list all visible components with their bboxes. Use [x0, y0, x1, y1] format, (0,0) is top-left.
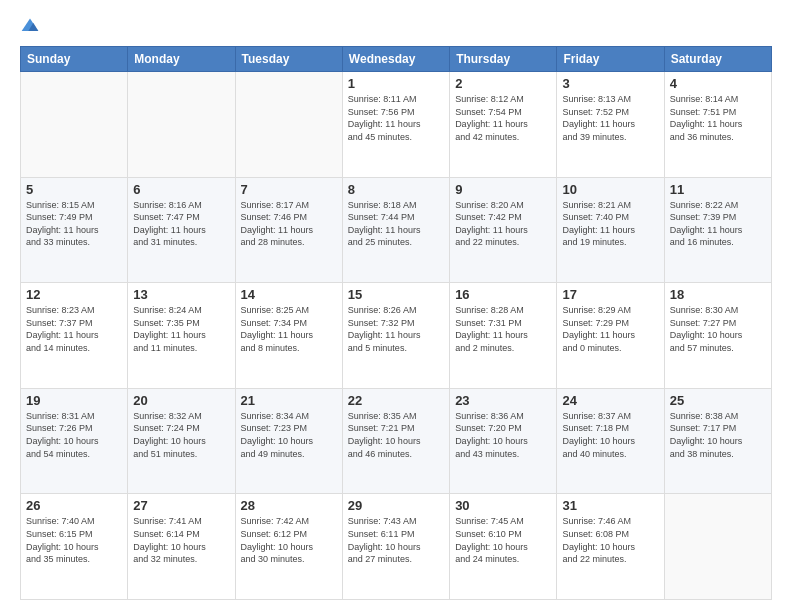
day-info: Sunrise: 8:37 AM Sunset: 7:18 PM Dayligh… [562, 410, 658, 460]
day-number: 13 [133, 287, 229, 302]
day-info: Sunrise: 8:36 AM Sunset: 7:20 PM Dayligh… [455, 410, 551, 460]
day-info: Sunrise: 8:21 AM Sunset: 7:40 PM Dayligh… [562, 199, 658, 249]
logo-icon [20, 16, 40, 36]
calendar-cell: 29Sunrise: 7:43 AM Sunset: 6:11 PM Dayli… [342, 494, 449, 600]
day-info: Sunrise: 8:32 AM Sunset: 7:24 PM Dayligh… [133, 410, 229, 460]
calendar-cell [664, 494, 771, 600]
day-info: Sunrise: 8:16 AM Sunset: 7:47 PM Dayligh… [133, 199, 229, 249]
day-number: 30 [455, 498, 551, 513]
calendar-week-2: 5Sunrise: 8:15 AM Sunset: 7:49 PM Daylig… [21, 177, 772, 283]
calendar-cell: 13Sunrise: 8:24 AM Sunset: 7:35 PM Dayli… [128, 283, 235, 389]
calendar-cell: 23Sunrise: 8:36 AM Sunset: 7:20 PM Dayli… [450, 388, 557, 494]
day-number: 7 [241, 182, 337, 197]
day-info: Sunrise: 7:41 AM Sunset: 6:14 PM Dayligh… [133, 515, 229, 565]
calendar-cell: 20Sunrise: 8:32 AM Sunset: 7:24 PM Dayli… [128, 388, 235, 494]
calendar-header: SundayMondayTuesdayWednesdayThursdayFrid… [21, 47, 772, 72]
day-number: 8 [348, 182, 444, 197]
calendar-cell: 21Sunrise: 8:34 AM Sunset: 7:23 PM Dayli… [235, 388, 342, 494]
logo [20, 16, 44, 36]
day-number: 28 [241, 498, 337, 513]
day-number: 5 [26, 182, 122, 197]
day-number: 3 [562, 76, 658, 91]
calendar-week-5: 26Sunrise: 7:40 AM Sunset: 6:15 PM Dayli… [21, 494, 772, 600]
day-number: 15 [348, 287, 444, 302]
day-info: Sunrise: 8:38 AM Sunset: 7:17 PM Dayligh… [670, 410, 766, 460]
day-number: 2 [455, 76, 551, 91]
calendar-cell [21, 72, 128, 178]
day-info: Sunrise: 8:31 AM Sunset: 7:26 PM Dayligh… [26, 410, 122, 460]
day-info: Sunrise: 8:28 AM Sunset: 7:31 PM Dayligh… [455, 304, 551, 354]
day-info: Sunrise: 8:34 AM Sunset: 7:23 PM Dayligh… [241, 410, 337, 460]
calendar-cell: 5Sunrise: 8:15 AM Sunset: 7:49 PM Daylig… [21, 177, 128, 283]
day-info: Sunrise: 8:29 AM Sunset: 7:29 PM Dayligh… [562, 304, 658, 354]
calendar-cell: 4Sunrise: 8:14 AM Sunset: 7:51 PM Daylig… [664, 72, 771, 178]
weekday-header-friday: Friday [557, 47, 664, 72]
calendar-cell: 25Sunrise: 8:38 AM Sunset: 7:17 PM Dayli… [664, 388, 771, 494]
day-info: Sunrise: 8:12 AM Sunset: 7:54 PM Dayligh… [455, 93, 551, 143]
day-number: 17 [562, 287, 658, 302]
day-number: 10 [562, 182, 658, 197]
day-number: 29 [348, 498, 444, 513]
calendar-cell: 27Sunrise: 7:41 AM Sunset: 6:14 PM Dayli… [128, 494, 235, 600]
day-number: 11 [670, 182, 766, 197]
day-number: 12 [26, 287, 122, 302]
calendar-cell: 24Sunrise: 8:37 AM Sunset: 7:18 PM Dayli… [557, 388, 664, 494]
page: SundayMondayTuesdayWednesdayThursdayFrid… [0, 0, 792, 612]
day-number: 25 [670, 393, 766, 408]
day-number: 6 [133, 182, 229, 197]
day-number: 23 [455, 393, 551, 408]
day-info: Sunrise: 8:13 AM Sunset: 7:52 PM Dayligh… [562, 93, 658, 143]
calendar-week-1: 1Sunrise: 8:11 AM Sunset: 7:56 PM Daylig… [21, 72, 772, 178]
calendar-cell: 28Sunrise: 7:42 AM Sunset: 6:12 PM Dayli… [235, 494, 342, 600]
calendar-cell: 30Sunrise: 7:45 AM Sunset: 6:10 PM Dayli… [450, 494, 557, 600]
day-number: 31 [562, 498, 658, 513]
day-info: Sunrise: 8:24 AM Sunset: 7:35 PM Dayligh… [133, 304, 229, 354]
weekday-header-sunday: Sunday [21, 47, 128, 72]
day-info: Sunrise: 8:14 AM Sunset: 7:51 PM Dayligh… [670, 93, 766, 143]
day-info: Sunrise: 8:23 AM Sunset: 7:37 PM Dayligh… [26, 304, 122, 354]
calendar-cell: 26Sunrise: 7:40 AM Sunset: 6:15 PM Dayli… [21, 494, 128, 600]
day-info: Sunrise: 7:46 AM Sunset: 6:08 PM Dayligh… [562, 515, 658, 565]
day-number: 19 [26, 393, 122, 408]
weekday-header-wednesday: Wednesday [342, 47, 449, 72]
header [20, 16, 772, 36]
day-info: Sunrise: 8:20 AM Sunset: 7:42 PM Dayligh… [455, 199, 551, 249]
day-info: Sunrise: 7:42 AM Sunset: 6:12 PM Dayligh… [241, 515, 337, 565]
calendar-cell: 17Sunrise: 8:29 AM Sunset: 7:29 PM Dayli… [557, 283, 664, 389]
weekday-header-monday: Monday [128, 47, 235, 72]
weekday-header-tuesday: Tuesday [235, 47, 342, 72]
weekday-header-thursday: Thursday [450, 47, 557, 72]
day-info: Sunrise: 8:25 AM Sunset: 7:34 PM Dayligh… [241, 304, 337, 354]
calendar-cell: 15Sunrise: 8:26 AM Sunset: 7:32 PM Dayli… [342, 283, 449, 389]
day-number: 1 [348, 76, 444, 91]
calendar-cell: 7Sunrise: 8:17 AM Sunset: 7:46 PM Daylig… [235, 177, 342, 283]
day-info: Sunrise: 8:26 AM Sunset: 7:32 PM Dayligh… [348, 304, 444, 354]
calendar-cell: 22Sunrise: 8:35 AM Sunset: 7:21 PM Dayli… [342, 388, 449, 494]
day-info: Sunrise: 7:43 AM Sunset: 6:11 PM Dayligh… [348, 515, 444, 565]
calendar-cell [128, 72, 235, 178]
day-number: 16 [455, 287, 551, 302]
calendar-cell: 14Sunrise: 8:25 AM Sunset: 7:34 PM Dayli… [235, 283, 342, 389]
calendar-body: 1Sunrise: 8:11 AM Sunset: 7:56 PM Daylig… [21, 72, 772, 600]
day-info: Sunrise: 8:35 AM Sunset: 7:21 PM Dayligh… [348, 410, 444, 460]
calendar-cell: 11Sunrise: 8:22 AM Sunset: 7:39 PM Dayli… [664, 177, 771, 283]
day-number: 22 [348, 393, 444, 408]
calendar-cell: 3Sunrise: 8:13 AM Sunset: 7:52 PM Daylig… [557, 72, 664, 178]
day-number: 4 [670, 76, 766, 91]
calendar-cell: 19Sunrise: 8:31 AM Sunset: 7:26 PM Dayli… [21, 388, 128, 494]
day-info: Sunrise: 8:17 AM Sunset: 7:46 PM Dayligh… [241, 199, 337, 249]
calendar-cell [235, 72, 342, 178]
calendar-week-3: 12Sunrise: 8:23 AM Sunset: 7:37 PM Dayli… [21, 283, 772, 389]
day-info: Sunrise: 7:45 AM Sunset: 6:10 PM Dayligh… [455, 515, 551, 565]
day-info: Sunrise: 7:40 AM Sunset: 6:15 PM Dayligh… [26, 515, 122, 565]
calendar-table: SundayMondayTuesdayWednesdayThursdayFrid… [20, 46, 772, 600]
day-info: Sunrise: 8:15 AM Sunset: 7:49 PM Dayligh… [26, 199, 122, 249]
calendar-cell: 2Sunrise: 8:12 AM Sunset: 7:54 PM Daylig… [450, 72, 557, 178]
day-info: Sunrise: 8:11 AM Sunset: 7:56 PM Dayligh… [348, 93, 444, 143]
day-number: 21 [241, 393, 337, 408]
day-number: 24 [562, 393, 658, 408]
calendar-cell: 12Sunrise: 8:23 AM Sunset: 7:37 PM Dayli… [21, 283, 128, 389]
calendar-cell: 9Sunrise: 8:20 AM Sunset: 7:42 PM Daylig… [450, 177, 557, 283]
calendar-cell: 6Sunrise: 8:16 AM Sunset: 7:47 PM Daylig… [128, 177, 235, 283]
day-number: 14 [241, 287, 337, 302]
